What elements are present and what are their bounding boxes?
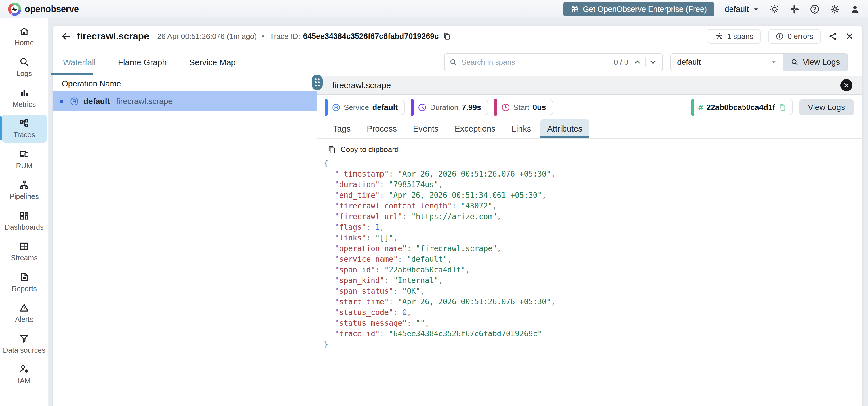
span-row-selected[interactable]: default firecrawl.scrape — [53, 91, 317, 111]
sidebar-item-label: Streams — [11, 254, 37, 262]
sidebar-item-dashboards[interactable]: Dashboards — [2, 207, 46, 235]
sidebar-item-home[interactable]: Home — [2, 23, 46, 50]
span-badges-row: Service default Duration 7.99s Start 0us… — [326, 99, 854, 115]
help-icon[interactable] — [810, 4, 820, 14]
badge-label: Service — [344, 103, 369, 112]
sidebar-item-reports[interactable]: Reports — [2, 268, 46, 296]
search-icon — [449, 58, 457, 66]
sidebar-item-alerts[interactable]: Alerts — [2, 299, 46, 327]
tab-process[interactable]: Process — [360, 119, 404, 138]
close-trace-icon[interactable] — [845, 32, 854, 41]
sidebar-item-label: Reports — [11, 285, 37, 293]
trace-header: firecrawl.scrape 26 Apr 00:51:26:076 (1m… — [53, 26, 862, 47]
chevron-up-icon[interactable] — [633, 58, 642, 66]
tab-flame-graph[interactable]: Flame Graph — [116, 58, 168, 76]
span-detail-title: firecrawl.scrape — [332, 81, 391, 90]
spans-count-chip[interactable]: 1 spans — [708, 29, 761, 44]
copy-to-clipboard-label: Copy to clipboard — [340, 145, 399, 154]
org-selector[interactable]: default — [725, 5, 759, 14]
operation-name-header: Operation Name — [53, 76, 317, 91]
span-detail-tabs: Tags Process Events Exceptions Links Att… — [317, 119, 862, 139]
span-row-service: default — [84, 97, 110, 106]
dashboards-icon — [19, 210, 29, 221]
active-item-accent — [0, 116, 2, 140]
copy-icon[interactable] — [778, 104, 786, 111]
tab-events[interactable]: Events — [406, 119, 445, 138]
streams-icon — [19, 241, 29, 251]
sidebar-item-iam[interactable]: IAM — [2, 360, 46, 388]
errors-count-label: 0 errors — [787, 32, 813, 41]
hash-icon: # — [699, 103, 703, 112]
bar-chart-icon — [19, 88, 29, 98]
span-detail-header: firecrawl.scrape — [317, 76, 862, 95]
stream-selector[interactable]: default — [671, 54, 783, 71]
panel-drag-handle[interactable] — [312, 75, 322, 90]
view-logs-button-detail[interactable]: View Logs — [799, 99, 854, 115]
span-search-input[interactable] — [461, 58, 614, 67]
chevron-down-icon — [770, 59, 777, 66]
close-icon — [843, 82, 849, 88]
chevron-down-icon — [753, 6, 759, 12]
slack-icon[interactable] — [790, 4, 800, 14]
search-icon — [19, 57, 29, 67]
app-logo[interactable]: openobserve — [8, 3, 79, 16]
trace-detail-card: firecrawl.scrape 26 Apr 00:51:26:076 (1m… — [53, 26, 862, 406]
user-gear-icon — [19, 364, 29, 374]
span-list-panel: Operation Name default firecrawl.scrape — [53, 76, 317, 406]
separator-dot: • — [262, 32, 265, 41]
traces-icon — [19, 118, 29, 128]
sidebar-item-label: Metrics — [13, 100, 36, 109]
sidebar-item-streams[interactable]: Streams — [2, 237, 46, 265]
errors-count-chip[interactable]: 0 errors — [768, 29, 821, 44]
clock-icon — [418, 103, 427, 112]
sidebar-item-label: Alerts — [15, 315, 33, 324]
home-icon — [19, 26, 29, 36]
tab-attributes[interactable]: Attributes — [540, 119, 589, 138]
copy-icon[interactable] — [443, 32, 451, 40]
pipelines-icon — [19, 180, 29, 190]
spans-count-label: 1 spans — [727, 32, 753, 41]
profile-icon[interactable] — [850, 4, 860, 14]
back-arrow-icon[interactable] — [61, 31, 71, 41]
sidebar-item-data-sources[interactable]: Data sources — [2, 330, 46, 358]
sidebar-item-label: Data sources — [3, 346, 45, 354]
openobserve-logo-icon — [8, 3, 21, 16]
badge-value: default — [372, 103, 398, 112]
share-icon[interactable] — [828, 32, 837, 41]
badge-label: Duration — [430, 103, 458, 112]
service-icon — [332, 103, 340, 112]
span-detail-close-button[interactable] — [840, 79, 852, 91]
sidebar-item-traces[interactable]: Traces — [2, 115, 46, 143]
span-id-value: 22ab0bca50ca4d1f — [707, 103, 775, 112]
sidebar-item-metrics[interactable]: Metrics — [2, 84, 46, 112]
divider — [645, 57, 646, 67]
devices-icon — [19, 149, 29, 159]
sidebar-item-logs[interactable]: Logs — [2, 53, 46, 81]
span-status-dot — [60, 99, 63, 104]
view-logs-button-top[interactable]: View Logs — [783, 54, 847, 71]
sidebar-item-label: Pipelines — [9, 192, 38, 201]
sidebar-item-rum[interactable]: RUM — [2, 145, 46, 173]
sidebar-item-label: Logs — [17, 69, 32, 78]
tab-service-map[interactable]: Service Map — [188, 58, 238, 76]
span-detail-panel: firecrawl.scrape Service default Duratio… — [317, 76, 862, 406]
trace-id-label: Trace ID: — [270, 32, 300, 41]
tab-links[interactable]: Links — [505, 119, 538, 138]
tab-exceptions[interactable]: Exceptions — [448, 119, 502, 138]
copy-to-clipboard-button[interactable]: Copy to clipboard — [327, 145, 862, 154]
enterprise-button[interactable]: Get OpenObserve Enterprise (Free) — [563, 2, 714, 17]
sidebar-item-pipelines[interactable]: Pipelines — [2, 176, 46, 204]
tab-tags[interactable]: Tags — [326, 119, 358, 138]
settings-gear-icon[interactable] — [830, 4, 840, 14]
app-header: openobserve Get OpenObserve Enterprise (… — [0, 0, 868, 19]
document-icon — [19, 272, 29, 282]
funnel-icon — [19, 334, 29, 344]
sidebar-item-label: Dashboards — [5, 223, 44, 232]
enterprise-button-label: Get OpenObserve Enterprise (Free) — [583, 5, 707, 14]
warning-icon — [19, 302, 29, 313]
span-row-operation: firecrawl.scrape — [116, 97, 173, 106]
chevron-down-icon[interactable] — [649, 58, 657, 66]
theme-toggle-icon[interactable] — [770, 4, 779, 14]
tab-waterfall[interactable]: Waterfall — [61, 58, 97, 76]
stream-group: default View Logs — [670, 53, 848, 71]
